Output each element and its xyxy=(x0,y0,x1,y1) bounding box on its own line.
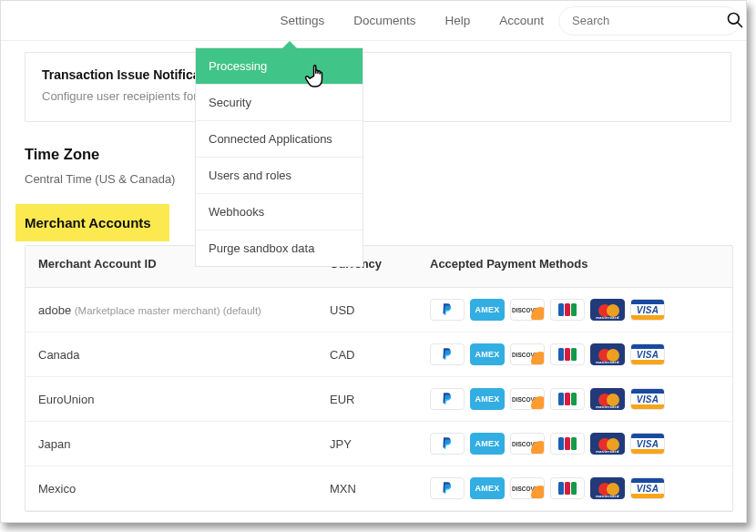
jcb-badge: JCB xyxy=(550,299,585,321)
payment-methods-cell: AMEXDISCOVERJCBmastercardVISA xyxy=(417,377,732,422)
currency-cell: MXN xyxy=(317,466,417,511)
currency-cell: USD xyxy=(317,288,417,332)
amex-badge: AMEX xyxy=(470,433,505,455)
table-row[interactable]: CanadaCADAMEXDISCOVERJCBmastercardVISA xyxy=(26,332,732,377)
search-field[interactable] xyxy=(558,6,741,36)
payment-methods-cell: AMEXDISCOVERJCBmastercardVISA xyxy=(417,466,732,511)
dropdown-arrow-icon xyxy=(282,41,297,48)
nav-settings[interactable]: Settings xyxy=(265,1,339,41)
amex-badge: AMEX xyxy=(470,477,505,499)
merchant-accounts-heading: Merchant Accounts xyxy=(15,204,169,241)
paypal-badge xyxy=(430,433,465,455)
currency-cell: CAD xyxy=(317,332,417,377)
visa-badge: VISA xyxy=(630,433,665,455)
currency-cell: JPY xyxy=(317,422,417,466)
discover-badge: DISCOVER xyxy=(510,343,545,365)
amex-badge: AMEX xyxy=(470,388,505,410)
jcb-badge: JCB xyxy=(550,477,585,499)
mastercard-badge: mastercard xyxy=(590,299,625,321)
payment-methods-cell: AMEXDISCOVERJCBmastercardVISA xyxy=(417,422,732,466)
discover-badge: DISCOVER xyxy=(510,388,545,410)
svg-line-1 xyxy=(738,23,742,27)
card-subtitle: Configure user receipients for xyxy=(42,89,714,103)
jcb-badge: JCB xyxy=(550,343,585,365)
search-icon[interactable] xyxy=(726,11,744,29)
dropdown-item-purge-sandbox-data[interactable]: Purge sandbox data xyxy=(196,230,363,266)
merchant-id-cell: EuroUnion xyxy=(26,377,317,422)
discover-badge: DISCOVER xyxy=(510,433,545,455)
paypal-badge xyxy=(430,299,465,321)
timezone-heading: Time Zone xyxy=(25,146,731,163)
dropdown-item-connected-applications[interactable]: Connected Applications xyxy=(196,120,363,157)
top-nav: Settings Documents Help Account xyxy=(1,1,746,41)
visa-badge: VISA xyxy=(630,477,665,499)
jcb-badge: JCB xyxy=(550,433,585,455)
table-row[interactable]: EuroUnionEURAMEXDISCOVERJCBmastercardVIS… xyxy=(26,377,732,422)
nav-documents[interactable]: Documents xyxy=(339,1,430,41)
payment-methods-cell: AMEXDISCOVERJCBmastercardVISA xyxy=(417,332,732,377)
paypal-badge xyxy=(430,477,465,499)
col-header-methods: Accepted Payment Methods xyxy=(417,246,732,288)
nav-help[interactable]: Help xyxy=(430,1,485,41)
timezone-value: Central Time (US & Canada) xyxy=(25,172,731,186)
table-row[interactable]: adobe (Marketplace master merchant) (def… xyxy=(26,288,732,332)
merchant-id-cell: Mexico xyxy=(26,466,317,511)
discover-badge: DISCOVER xyxy=(510,299,545,321)
dropdown-item-users-and-roles[interactable]: Users and roles xyxy=(196,157,363,193)
nav-account[interactable]: Account xyxy=(485,1,558,41)
amex-badge: AMEX xyxy=(470,343,505,365)
merchant-accounts-table: Merchant Account ID Currency Accepted Pa… xyxy=(25,245,733,512)
visa-badge: VISA xyxy=(630,343,665,365)
dropdown-item-webhooks[interactable]: Webhooks xyxy=(196,193,363,230)
merchant-id-cell: adobe (Marketplace master merchant) (def… xyxy=(26,288,317,332)
timezone-section: Time Zone Central Time (US & Canada) xyxy=(25,146,731,186)
mastercard-badge: mastercard xyxy=(590,343,625,365)
transaction-notifications-card: Transaction Issue Notifications Configur… xyxy=(25,52,731,122)
jcb-badge: JCB xyxy=(550,388,585,410)
table-row[interactable]: MexicoMXNAMEXDISCOVERJCBmastercardVISA xyxy=(26,466,732,511)
search-input[interactable] xyxy=(572,14,727,27)
mastercard-badge: mastercard xyxy=(590,477,625,499)
currency-cell: EUR xyxy=(317,377,417,422)
card-title: Transaction Issue Notifications xyxy=(42,67,714,82)
dropdown-item-processing[interactable]: Processing xyxy=(196,48,363,84)
mastercard-badge: mastercard xyxy=(590,433,625,455)
visa-badge: VISA xyxy=(630,388,665,410)
mastercard-badge: mastercard xyxy=(590,388,625,410)
merchant-id-cell: Canada xyxy=(26,332,317,377)
paypal-badge xyxy=(430,388,465,410)
visa-badge: VISA xyxy=(630,299,665,321)
discover-badge: DISCOVER xyxy=(510,477,545,499)
settings-dropdown: ProcessingSecurityConnected Applications… xyxy=(195,47,363,267)
payment-methods-cell: AMEXDISCOVERJCBmastercardVISA xyxy=(417,288,732,332)
table-row[interactable]: JapanJPYAMEXDISCOVERJCBmastercardVISA xyxy=(26,422,732,466)
dropdown-item-security[interactable]: Security xyxy=(196,84,363,120)
amex-badge: AMEX xyxy=(470,299,505,321)
merchant-id-cell: Japan xyxy=(26,422,317,466)
paypal-badge xyxy=(430,343,465,365)
